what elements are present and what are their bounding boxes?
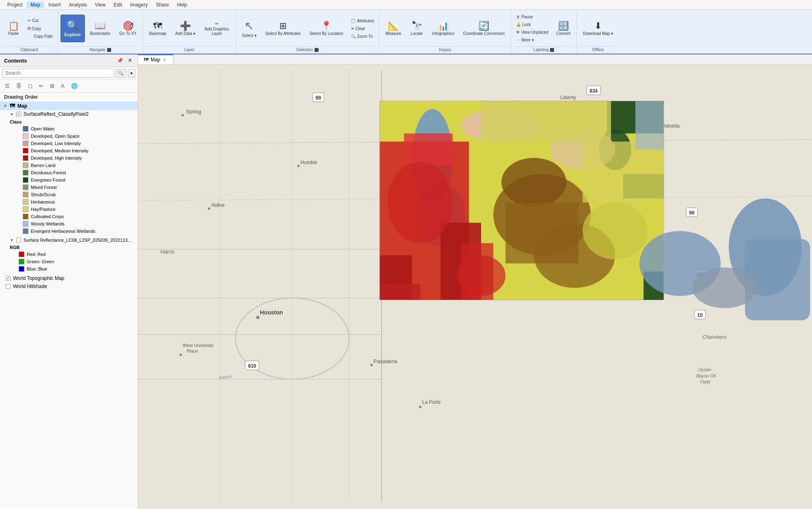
select-by-location-button[interactable]: 📍 Select By Location [306, 15, 347, 42]
contents-title: Contents [4, 58, 27, 64]
download-map-icon: ⬇ [594, 22, 602, 30]
selection-expand-icon[interactable]: ⬛ [314, 48, 319, 52]
goto-xy-icon: 🎯 [123, 22, 134, 30]
surface-reflectance-expand-icon: ▼ [10, 238, 14, 243]
app-body: Contents 📌 ✕ 🔍 ▾ ☰ 🗄 ◻ ✏ ⊞ A 🌐 Drawing O… [0, 54, 812, 509]
menu-view[interactable]: View [91, 1, 110, 9]
developed-high-swatch [23, 155, 28, 161]
map-area: 🗺 Map ✕ [138, 54, 812, 509]
world-hillshade-checkbox[interactable] [6, 284, 11, 289]
add-graphics-layer-icon: ✏ [215, 22, 218, 26]
coordinate-conversion-button[interactable]: 🔄 Coordinate Conversion [460, 15, 508, 42]
menu-analysis[interactable]: Analysis [65, 1, 91, 9]
layer-surface-reflect[interactable]: ▼ SurfaceReflect_ClassifyPixel2 [0, 110, 138, 118]
map-tab-close-button[interactable]: ✕ [162, 57, 167, 63]
list-by-data-source-button[interactable]: 🗄 [14, 81, 24, 91]
select-button[interactable]: ↖ Select ▾ [238, 15, 260, 42]
search-button[interactable]: 🔍 [116, 69, 126, 78]
world-topo-checkbox[interactable] [6, 276, 11, 281]
basemap-button[interactable]: 🗺 Basemap [145, 15, 170, 42]
paste-button[interactable]: 📋 Paste [3, 15, 24, 42]
more-icon: ⋯ [516, 38, 520, 42]
goto-xy-button[interactable]: 🎯 Go To XY [116, 15, 140, 42]
menu-insert[interactable]: Insert [44, 1, 65, 9]
menu-project[interactable]: Project [3, 1, 26, 9]
more-button[interactable]: ⋯ More ▾ [514, 37, 551, 43]
developed-open-space-swatch [23, 133, 28, 139]
layer-map[interactable]: ▼ 🗺 Map [0, 102, 138, 110]
map-tab-label: Map [151, 57, 160, 63]
mixed-forest-swatch [23, 184, 28, 190]
surface-reflectance-checkbox[interactable] [16, 238, 21, 243]
labeling-expand-icon[interactable]: ⬛ [550, 48, 554, 52]
surface-reflect-checkbox[interactable] [16, 112, 21, 117]
view-unplaced-button[interactable]: 👁 View Unplaced [514, 29, 551, 36]
measure-button[interactable]: 📐 Measure [382, 15, 405, 42]
map-svg: 99 834 90 1410 10 610 Spring [138, 65, 812, 507]
lock-button[interactable]: 🔒 Lock [514, 21, 551, 28]
svg-text:Houston: Houston [260, 309, 283, 316]
attributes-button[interactable]: 📋 Attributes [348, 17, 376, 24]
list-by-snapping-button[interactable]: ⊞ [48, 81, 57, 91]
add-graphics-layer-button[interactable]: ✏ Add Graphics Layer [201, 20, 233, 37]
cut-button[interactable]: ✂ Cut [25, 17, 55, 24]
contents-pin-button[interactable]: 📌 [115, 57, 125, 64]
contents-close-button[interactable]: ✕ [126, 57, 134, 64]
clear-icon: ✕ [351, 26, 354, 31]
cultivated-crops-swatch [23, 214, 28, 219]
list-by-editing-button[interactable]: ✏ [37, 81, 46, 91]
map-canvas[interactable]: 99 834 90 1410 10 610 Spring [138, 65, 812, 507]
map-tab-bar: 🗺 Map ✕ [138, 54, 812, 65]
world-hillshade-label: World Hillshade [13, 284, 47, 289]
download-map-button[interactable]: ⬇ Download Map ▾ [579, 15, 617, 42]
map-tab[interactable]: 🗺 Map ✕ [138, 54, 173, 64]
ribbon: 📋 Paste ✂ Cut ⧉ Copy 📄 Copy Path [0, 10, 812, 54]
search-input[interactable] [2, 69, 114, 78]
layer-world-hillshade[interactable]: World Hillshade [0, 282, 138, 290]
map-layer-icon: 🗺 [10, 103, 15, 109]
copy-icon: ⧉ [28, 26, 30, 31]
svg-rect-54 [404, 134, 453, 166]
clear-button[interactable]: ✕ Clear [348, 25, 376, 32]
layer-world-topo[interactable]: World Topographic Map [0, 274, 138, 282]
svg-point-72 [457, 256, 505, 296]
zoom-to-button[interactable]: 🔍 Zoom To [348, 33, 376, 40]
layer-surface-reflectance[interactable]: ▼ Surface Reflectance_LC08_L2SP_025039_2… [0, 236, 138, 244]
basemap-icon: 🗺 [153, 22, 162, 30]
pause-button[interactable]: ⏸ Pause [514, 13, 551, 20]
select-by-attributes-button[interactable]: ⊞ Select By Attributes [262, 15, 304, 42]
ribbon-group-labeling: ⏸ Pause 🔒 Lock 👁 View Unplaced ⋯ More ▾ [512, 11, 577, 53]
map-tab-icon: 🗺 [144, 57, 149, 63]
add-data-button[interactable]: ➕ Add Data ▾ [172, 15, 199, 42]
svg-point-37 [370, 364, 373, 366]
locate-button[interactable]: 🔭 Locate [406, 15, 427, 42]
convert-button[interactable]: 🔡 Convert [553, 15, 574, 42]
copy-path-button[interactable]: 📄 Copy Path [25, 33, 55, 40]
list-by-visibility-button[interactable]: 🌐 [69, 81, 80, 91]
svg-text:Spring: Spring [186, 108, 201, 115]
bookmarks-button[interactable]: 📖 Bookmarks [86, 15, 114, 42]
infographics-icon: 📊 [438, 22, 449, 30]
menu-share[interactable]: Share [152, 1, 173, 9]
navigate-expand-icon[interactable]: ⬛ [107, 48, 111, 52]
menu-edit[interactable]: Edit [110, 1, 126, 9]
svg-text:Aldine: Aldine [211, 202, 225, 208]
menu-map[interactable]: Map [26, 1, 44, 9]
infographics-button[interactable]: 📊 Infographics [428, 15, 458, 42]
explore-button[interactable]: 🔍 Explore [60, 15, 85, 42]
contents-panel: Contents 📌 ✕ 🔍 ▾ ☰ 🗄 ◻ ✏ ⊞ A 🌐 Drawing O… [0, 54, 138, 509]
search-options-button[interactable]: ▾ [128, 69, 135, 78]
list-by-selection-button[interactable]: ◻ [26, 81, 35, 91]
menu-imagery[interactable]: Imagery [126, 1, 152, 9]
svg-text:Place: Place [187, 349, 198, 353]
svg-rect-69 [583, 142, 664, 203]
world-topo-label: World Topographic Map [13, 275, 64, 281]
class-developed-low: Developed, Low Intensity [0, 140, 138, 147]
rgb-green-swatch [19, 259, 24, 264]
menu-help[interactable]: Help [173, 1, 191, 9]
copy-button[interactable]: ⧉ Copy [25, 25, 55, 32]
svg-text:Field: Field [700, 379, 710, 384]
list-by-drawing-order-button[interactable]: ☰ [2, 81, 12, 91]
svg-text:West University: West University [183, 343, 214, 348]
list-by-labeling-button[interactable]: A [58, 81, 67, 91]
